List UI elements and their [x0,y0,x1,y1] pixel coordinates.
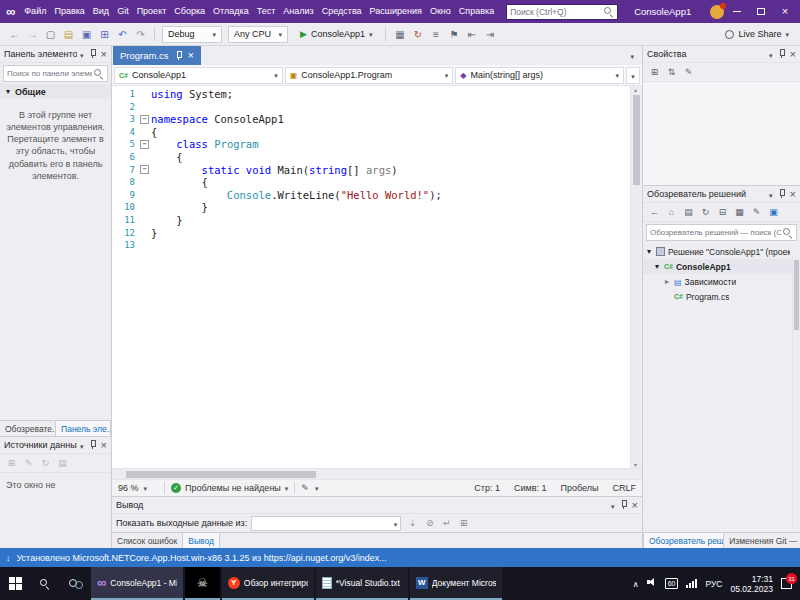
property-pages-icon[interactable]: ✎ [681,65,696,79]
scrollbar-thumb[interactable] [794,260,799,330]
preview-selected-icon[interactable]: ▣ [766,205,781,219]
clear-all-icon[interactable]: ⊘ [422,516,437,530]
tab-program-cs[interactable]: Program.cs [113,46,201,65]
menu-item[interactable]: Файл [20,0,50,23]
edit-mode-icon[interactable] [301,483,309,493]
editor-horizontal-scrollbar[interactable] [112,468,642,479]
redo-icon[interactable]: ↷ [132,26,149,43]
menu-item[interactable]: Git [113,0,133,23]
taskbar-game-window[interactable]: ☠ [185,567,220,600]
solution-search-input[interactable] [650,228,781,237]
toolbox-search-input[interactable] [7,69,92,78]
solution-explorer-header[interactable]: Обозреватель решений [643,186,800,203]
code-line[interactable]: 13 [112,239,630,252]
home-icon[interactable]: ⌂ [664,205,679,219]
menu-item[interactable]: Справка [455,0,498,23]
close-icon[interactable] [101,49,107,60]
action-center-button[interactable]: 31 [781,578,792,589]
navigate-forward-icon[interactable]: → [24,26,41,43]
menu-item[interactable]: Отладка [209,0,253,23]
undo-icon[interactable]: ↶ [114,26,131,43]
code-line[interactable]: 3namespace ConsoleApp1 [112,113,630,126]
taskbar-visual-studio[interactable]: ∞ ConsoleApp1 - Mic... [91,567,183,600]
outline-icon[interactable]: ≡ [427,26,444,43]
window-options-icon[interactable] [80,49,84,60]
close-icon[interactable] [632,500,638,511]
navigate-backward-icon[interactable]: ← [6,26,23,43]
word-wrap-icon[interactable]: ↵ [439,516,454,530]
close-icon[interactable] [790,49,796,60]
expander-icon[interactable] [653,262,661,271]
tab-toolbox[interactable]: Панель эле... [55,421,111,436]
class-dropdown[interactable]: ConsoleApp1.Program [285,67,454,84]
document-list-icon[interactable] [630,50,634,61]
live-share-button[interactable]: Live Share [720,26,794,43]
quick-search[interactable] [506,4,618,20]
volume-button[interactable] [647,578,657,589]
menu-item[interactable]: Расширения [366,0,426,23]
taskbar-search-button[interactable] [30,567,60,600]
toolbox-header[interactable]: Панель элементов [0,46,111,63]
code-line[interactable]: 9 Console.WriteLine("Hello World!"); [112,189,630,202]
pin-icon[interactable] [88,49,97,59]
menu-item[interactable]: Анализ [279,0,317,23]
open-file-icon[interactable]: ▤ [60,26,77,43]
pin-icon[interactable] [619,500,628,510]
switch-views-icon[interactable]: ▤ [681,205,696,219]
code-line[interactable]: 5 class Program [112,138,630,151]
pin-icon[interactable] [88,440,97,450]
menu-item[interactable]: Средства [318,0,366,23]
window-options-icon[interactable] [769,189,773,200]
code-line[interactable]: 10 } [112,201,630,214]
taskbar-notepad[interactable]: *Visual Studio.txt -... [316,567,408,600]
document-health-indicator[interactable]: Проблемы не найдены [171,483,288,493]
expander-icon[interactable] [645,247,653,256]
code-line[interactable]: 8 { [112,176,630,189]
settings-icon[interactable]: ▤ [55,456,70,470]
code-line[interactable]: 7 static void Main(string[] args) [112,164,630,177]
quick-search-input[interactable] [510,7,602,17]
close-tab-icon[interactable] [188,50,194,61]
toolbox-group-general[interactable]: Общие [0,84,111,99]
status-line-endings[interactable]: CRLF [612,483,636,493]
tab-solution-explorer[interactable]: Обозреватель реше... [643,533,724,548]
menu-item[interactable]: Окно [426,0,455,23]
bookmark-icon[interactable]: ⚑ [445,26,462,43]
edit-icon[interactable]: ✎ [21,456,36,470]
solution-explorer-search[interactable] [646,224,797,241]
zoom-control[interactable]: 96 % [118,483,158,493]
goto-message-icon[interactable]: ⇣ [405,516,420,530]
battery-icon[interactable]: 60 [665,578,679,589]
tray-expand-icon[interactable] [633,578,639,589]
output-header[interactable]: Вывод [112,497,642,514]
tab-output[interactable]: Вывод [182,533,220,548]
tab-server-explorer[interactable]: Обозревате... [0,421,55,436]
expander-icon[interactable] [663,277,671,286]
menu-item[interactable]: Проект [133,0,171,23]
pin-icon[interactable] [777,189,786,199]
people-button[interactable] [60,567,90,600]
taskbar-yandex-browser[interactable]: Y Обзор интегриров... [222,567,314,600]
tree-item-solution[interactable]: Решение "ConsoleApp1" (проекты: 1 из 1) [643,244,800,259]
project-dropdown[interactable]: C# ConsoleApp1 [114,67,283,84]
code-line[interactable]: 11 } [112,214,630,227]
language-indicator[interactable]: РУС [705,579,722,589]
fold-collapse-icon[interactable] [140,165,149,174]
breakpoints-icon[interactable]: ▦ [391,26,408,43]
code-line[interactable]: 4{ [112,126,630,139]
split-window-button[interactable] [626,67,640,84]
add-data-source-icon[interactable]: ⊞ [4,456,19,470]
window-options-icon[interactable] [611,500,615,511]
code-line[interactable]: 6 { [112,151,630,164]
refresh-icon[interactable]: ↻ [698,205,713,219]
window-options-icon[interactable] [769,49,773,60]
scrollbar-thumb[interactable] [126,471,316,478]
back-icon[interactable]: ← [647,205,662,219]
platform-dropdown[interactable]: Any CPU [228,26,288,43]
collapse-all-icon[interactable]: ⊟ [715,205,730,219]
clock[interactable]: 17:31 05.02.2023 [730,574,773,594]
menu-item[interactable]: Правка [50,0,88,23]
data-sources-header[interactable]: Источники данных [0,437,111,454]
tab-git-changes[interactable]: Изменения Git — п... [724,533,800,548]
close-icon[interactable] [790,189,796,200]
